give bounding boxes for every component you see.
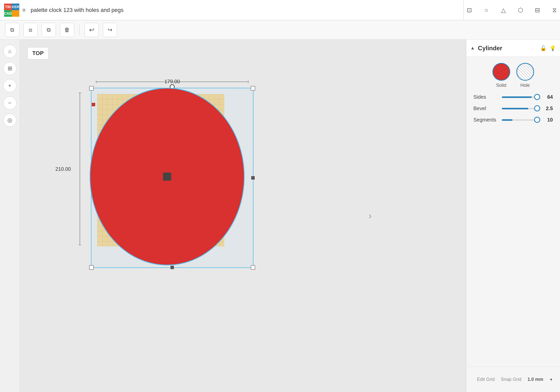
cylinder-shape[interactable]: [90, 88, 245, 265]
panel-header: ▲ Cylinder 🔓 💡: [466, 40, 560, 57]
snap-grid-arrow[interactable]: ▼: [549, 378, 553, 382]
bottom-bar: Edit Grid Snap Grid 1.0 mm ▼: [466, 367, 560, 392]
dimension-line-vertical: [80, 93, 80, 245]
toolbar: ⧉ ⧈ ⧉ 🗑 ↩ ↪: [0, 20, 560, 40]
handle-center[interactable]: [163, 173, 171, 181]
bevel-slider-row: Bevel 2.5: [473, 106, 553, 111]
shape-button-2[interactable]: ⬡: [515, 4, 526, 16]
mirror-button[interactable]: ⧖: [549, 4, 560, 16]
segments-slider-row: Segments 10: [473, 117, 553, 123]
align-button[interactable]: ⊟: [532, 4, 543, 16]
handle-bottom-right[interactable]: [251, 265, 255, 270]
sides-fill: [502, 96, 532, 98]
logo-cad-y: [12, 10, 19, 17]
segments-slider[interactable]: [502, 119, 537, 121]
bevel-slider[interactable]: [502, 108, 537, 109]
sides-slider-row: Sides 64: [473, 94, 553, 100]
undo-button[interactable]: ↩: [85, 23, 99, 37]
main-area: ⌂ ⊞ + − ◎ TOP 179.00 210.00 AUTODESK: [0, 40, 560, 392]
handle-bottom-left[interactable]: [89, 265, 94, 270]
visibility-icon[interactable]: 💡: [550, 45, 556, 51]
view-label: TOP: [27, 47, 49, 59]
dimension-label-height: 210.00: [55, 166, 71, 172]
duplicate-button[interactable]: ⧈: [23, 23, 38, 37]
logo-tin: TIN: [4, 4, 12, 10]
handle-top-right[interactable]: [251, 86, 255, 91]
hole-circle-icon: [516, 63, 534, 81]
lock-icon[interactable]: 🔓: [540, 45, 547, 51]
fit-button[interactable]: ⊞: [3, 62, 17, 75]
bevel-thumb[interactable]: [534, 105, 540, 111]
snap-grid-label: Snap Grid: [501, 377, 521, 382]
handle-top-left[interactable]: [89, 86, 94, 91]
solid-label: Solid: [496, 83, 506, 88]
zoom-in-button[interactable]: +: [3, 79, 17, 92]
tinkercad-logo: TIN KER CAD: [4, 4, 17, 17]
solid-option[interactable]: Solid: [492, 63, 510, 88]
multi-copy-button[interactable]: ⧉: [42, 23, 56, 37]
light-button[interactable]: ○: [481, 4, 492, 16]
panel-collapse-button[interactable]: ▲: [470, 45, 475, 51]
bevel-value: 2.5: [540, 106, 553, 111]
view-3d-button[interactable]: ◎: [3, 114, 17, 127]
handle-right-mid[interactable]: [251, 176, 255, 180]
segments-label: Segments: [473, 117, 499, 123]
handle-bottom-mid[interactable]: [170, 265, 174, 269]
segments-fill: [502, 119, 513, 121]
hole-label: Hole: [520, 83, 530, 88]
menu-icon[interactable]: ≡: [22, 7, 26, 13]
project-title: palette clock 123 with holes and pegs: [31, 7, 124, 13]
redo-button[interactable]: ↪: [103, 23, 117, 37]
shape-button-1[interactable]: △: [498, 4, 509, 16]
view-cube-button[interactable]: ⊡: [464, 4, 475, 16]
hole-option[interactable]: Hole: [516, 63, 534, 88]
sliders-section: Sides 64 Bevel 2.5 Segments: [466, 91, 560, 131]
bevel-fill: [502, 108, 528, 109]
home-button[interactable]: ⌂: [3, 45, 17, 58]
snap-grid-value[interactable]: 1.0 mm: [527, 377, 543, 382]
logo-cad-g: CAD: [4, 10, 12, 17]
work-area: 179.00 210.00 AUTODESK: [76, 73, 269, 265]
sides-label: Sides: [473, 94, 499, 100]
solid-circle-icon: [492, 63, 510, 81]
logo-ker: KER: [12, 4, 19, 10]
dimension-label-width: 179.00: [164, 79, 180, 84]
sides-value: 64: [540, 94, 553, 100]
segments-thumb[interactable]: [534, 117, 540, 123]
panel-title: Cylinder: [478, 45, 537, 52]
edit-grid-label[interactable]: Edit Grid: [477, 377, 495, 382]
bevel-label: Bevel: [473, 106, 499, 111]
right-toolbar: ⊡ ○ △ ⬡ ⊟ ⧖: [463, 0, 560, 20]
sides-thumb[interactable]: [534, 94, 540, 100]
panel-toggle-chevron[interactable]: ›: [369, 211, 372, 221]
copy-all-button[interactable]: ⧉: [5, 23, 19, 37]
topbar: TIN KER CAD ≡ palette clock 123 with hol…: [0, 0, 560, 20]
toolbar-separator: [79, 25, 79, 35]
left-sidebar: ⌂ ⊞ + − ◎: [0, 40, 20, 392]
shape-type-selector: Solid Hole: [466, 57, 560, 91]
delete-button[interactable]: 🗑: [60, 23, 74, 37]
right-panel: ▲ Cylinder 🔓 💡 Solid Hole Sides: [466, 40, 560, 392]
handle-red[interactable]: [91, 103, 95, 107]
sides-slider[interactable]: [502, 96, 537, 98]
zoom-out-button[interactable]: −: [3, 96, 17, 110]
segments-value: 10: [540, 117, 553, 123]
canvas-area[interactable]: TOP 179.00 210.00 AUTODESK: [20, 40, 466, 392]
